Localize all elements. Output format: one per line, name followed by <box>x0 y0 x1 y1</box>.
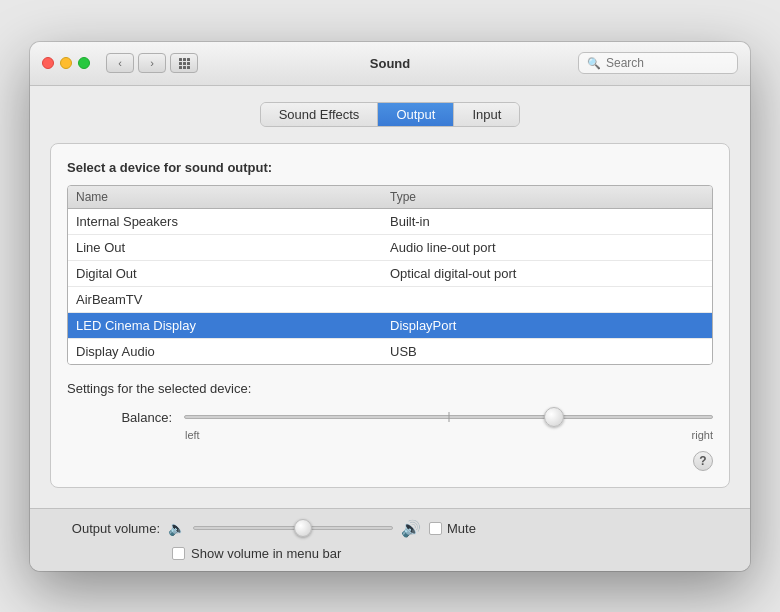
table-row-selected[interactable]: LED Cinema Display DisplayPort <box>68 313 712 339</box>
main-window: ‹ › Sound 🔍 Sound Effects Output Inp <box>30 42 750 571</box>
device-type: Built-in <box>390 214 704 229</box>
header-type: Type <box>390 190 704 204</box>
grid-button[interactable] <box>170 53 198 73</box>
mute-checkbox-row: Mute <box>429 521 476 536</box>
tab-input[interactable]: Input <box>454 103 519 126</box>
tab-bar: Sound Effects Output Input <box>50 102 730 127</box>
forward-button[interactable]: › <box>138 53 166 73</box>
balance-right-label: right <box>692 429 713 441</box>
balance-left-label: left <box>185 429 200 441</box>
tab-output[interactable]: Output <box>378 103 454 126</box>
mute-label: Mute <box>447 521 476 536</box>
content-area: Sound Effects Output Input Select a devi… <box>30 86 750 508</box>
settings-label: Settings for the selected device: <box>67 381 713 396</box>
device-name: Display Audio <box>76 344 390 359</box>
mute-checkbox[interactable] <box>429 522 442 535</box>
volume-label: Output volume: <box>50 521 160 536</box>
table-row[interactable]: Internal Speakers Built-in <box>68 209 712 235</box>
device-table: Name Type Internal Speakers Built-in Lin… <box>67 185 713 365</box>
section-title: Select a device for sound output: <box>67 160 713 175</box>
volume-row: Output volume: 🔈 🔊 Mute <box>50 519 730 538</box>
search-box[interactable]: 🔍 <box>578 52 738 74</box>
nav-buttons: ‹ › <box>106 53 166 73</box>
balance-row: Balance: <box>67 410 713 425</box>
table-row[interactable]: Line Out Audio line-out port <box>68 235 712 261</box>
balance-tick <box>448 412 449 422</box>
table-row[interactable]: Display Audio USB <box>68 339 712 364</box>
device-type <box>390 292 704 307</box>
forward-icon: › <box>150 57 154 69</box>
traffic-lights <box>42 57 90 69</box>
device-name: Digital Out <box>76 266 390 281</box>
volume-track <box>193 526 393 530</box>
balance-track <box>184 415 713 419</box>
balance-slider-container <box>184 415 713 419</box>
volume-high-icon: 🔊 <box>401 519 421 538</box>
bottom-bar: Output volume: 🔈 🔊 Mute Show volume in m… <box>30 508 750 571</box>
show-volume-row: Show volume in menu bar <box>50 546 730 561</box>
titlebar: ‹ › Sound 🔍 <box>30 42 750 86</box>
device-type: USB <box>390 344 704 359</box>
volume-thumb[interactable] <box>294 519 312 537</box>
balance-labels: left right <box>67 429 713 441</box>
balance-thumb[interactable] <box>544 407 564 427</box>
back-button[interactable]: ‹ <box>106 53 134 73</box>
table-row[interactable]: AirBeamTV <box>68 287 712 313</box>
device-type: Optical digital-out port <box>390 266 704 281</box>
search-input[interactable] <box>606 56 729 70</box>
show-volume-label: Show volume in menu bar <box>191 546 341 561</box>
tab-sound-effects[interactable]: Sound Effects <box>261 103 379 126</box>
back-icon: ‹ <box>118 57 122 69</box>
close-button[interactable] <box>42 57 54 69</box>
maximize-button[interactable] <box>78 57 90 69</box>
search-icon: 🔍 <box>587 57 601 70</box>
help-row: ? <box>67 451 713 471</box>
window-title: Sound <box>370 56 410 71</box>
show-volume-checkbox[interactable] <box>172 547 185 560</box>
header-name: Name <box>76 190 390 204</box>
grid-icon <box>179 58 190 69</box>
help-button[interactable]: ? <box>693 451 713 471</box>
device-type: DisplayPort <box>390 318 704 333</box>
device-name: Internal Speakers <box>76 214 390 229</box>
volume-low-icon: 🔈 <box>168 520 185 536</box>
device-name: Line Out <box>76 240 390 255</box>
main-panel: Select a device for sound output: Name T… <box>50 143 730 488</box>
device-name: AirBeamTV <box>76 292 390 307</box>
table-row[interactable]: Digital Out Optical digital-out port <box>68 261 712 287</box>
tab-group: Sound Effects Output Input <box>260 102 521 127</box>
table-header: Name Type <box>68 186 712 209</box>
balance-label: Balance: <box>107 410 172 425</box>
device-name: LED Cinema Display <box>76 318 390 333</box>
device-type: Audio line-out port <box>390 240 704 255</box>
minimize-button[interactable] <box>60 57 72 69</box>
